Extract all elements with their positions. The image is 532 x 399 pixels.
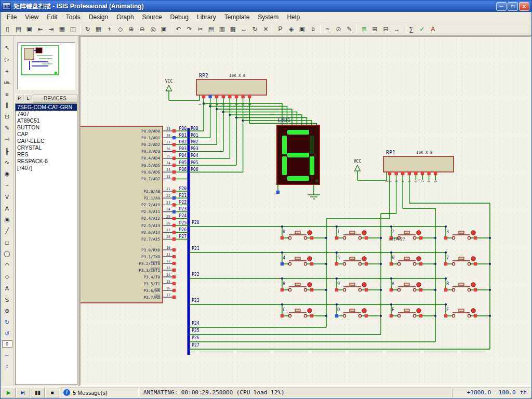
device-item[interactable]: CAP-ELEC (16, 138, 77, 144)
junction-dot-mode-icon[interactable]: + (2, 66, 12, 76)
x-mirror-icon[interactable]: ↔ (2, 349, 12, 359)
button-actuator[interactable] (362, 309, 366, 313)
wire-label-mode-icon[interactable]: LBL (2, 77, 12, 87)
menu-view[interactable]: View (21, 12, 43, 22)
rotate-clockwise-icon[interactable]: ↻ (2, 317, 12, 327)
goto-sheet-icon[interactable]: → (391, 23, 402, 34)
minimize-button[interactable]: ─ (496, 2, 507, 11)
mcu-at89c51[interactable]: 39P0.0/AD038P0.1/AD137P0.2/AD236P0.3/AD3… (81, 126, 174, 303)
button-actuator[interactable] (471, 231, 475, 235)
terminals-mode-icon[interactable]: ⊣ (2, 135, 12, 144)
button-actuator[interactable] (471, 257, 475, 261)
2d-path-icon[interactable]: ◇ (2, 272, 12, 282)
2d-marker-icon[interactable]: ⊕ (2, 306, 12, 316)
generator-mode-icon[interactable]: ~ (2, 180, 12, 190)
device-item[interactable]: RESPACK-8 (16, 158, 77, 165)
title-bar[interactable]: ISIS 矩阵键盘扫描 - ISIS Professional (Animati… (1, 1, 531, 12)
key-D[interactable]: D (337, 304, 381, 317)
current-probe-mode-icon[interactable]: A (2, 203, 12, 213)
new-sheet-icon[interactable]: ⊞ (369, 23, 380, 34)
key-0[interactable]: 0 (282, 227, 326, 240)
menu-design[interactable]: Design (85, 12, 112, 22)
text-script-mode-icon[interactable]: ≡ (2, 89, 12, 99)
button-actuator[interactable] (417, 283, 421, 287)
resistor-pack-rp2[interactable]: RP210K X 8 (196, 73, 267, 95)
button-actuator[interactable] (417, 257, 421, 261)
remove-sheet-icon[interactable]: ⊟ (380, 23, 391, 34)
key-A[interactable]: A (391, 278, 435, 291)
new-design-icon[interactable]: ▯ (2, 23, 13, 34)
2d-line-icon[interactable]: ╱ (2, 226, 12, 236)
key-4[interactable]: 4 (282, 252, 326, 265)
2d-circle-icon[interactable]: ◯ (2, 249, 12, 259)
schematic-preview[interactable] (17, 42, 75, 90)
schematic-canvas[interactable]: 39P0.0/AD038P0.1/AD137P0.2/AD236P0.3/AD3… (81, 37, 531, 386)
cut-icon[interactable]: ✂ (195, 23, 206, 34)
key-5[interactable]: 5 (337, 252, 381, 265)
toggle-grid-icon[interactable]: ▦ (93, 23, 104, 34)
netlist-to-ares-icon[interactable]: A (428, 23, 438, 34)
packaging-tool-icon[interactable]: ▣ (297, 23, 308, 34)
wire-autorouter-icon[interactable]: ≈ (322, 23, 333, 34)
pause-button[interactable]: ▮▮ (31, 388, 45, 397)
pick-parts-icon[interactable]: P (275, 23, 286, 34)
export-section-icon[interactable]: ⇥ (46, 23, 57, 34)
electrical-rule-check-icon[interactable]: ✓ (417, 23, 428, 34)
redraw-display-icon[interactable]: ↻ (82, 23, 93, 34)
device-item[interactable]: RES (16, 151, 77, 158)
device-item[interactable]: 7SEG-COM-CAT-GRN (16, 104, 77, 111)
key-9[interactable]: 9 (337, 278, 381, 291)
device-item[interactable]: AT89C51 (16, 117, 77, 124)
undo-icon[interactable]: ↶ (173, 23, 184, 34)
library-manager-button[interactable]: L (24, 95, 32, 102)
button-actuator[interactable] (362, 257, 366, 261)
key-3[interactable]: 3 (446, 227, 490, 240)
play-button[interactable]: ▶ (2, 388, 16, 397)
import-section-icon[interactable]: ⇤ (35, 23, 46, 34)
device-item[interactable]: CRYSTAL (16, 144, 77, 151)
button-actuator[interactable] (471, 283, 475, 287)
menu-graph[interactable]: Graph (112, 12, 138, 22)
device-item[interactable]: [7407] (16, 165, 77, 171)
menu-file[interactable]: File (3, 12, 21, 22)
button-actuator[interactable] (471, 309, 475, 313)
zoom-area-icon[interactable]: ▣ (158, 23, 169, 34)
bill-of-materials-icon[interactable]: ∑ (406, 23, 417, 34)
maximize-button[interactable]: □ (508, 2, 518, 11)
menu-system[interactable]: System (254, 12, 283, 22)
virtual-instruments-mode-icon[interactable]: ▣ (2, 215, 12, 224)
button-actuator[interactable] (308, 283, 312, 287)
menu-source[interactable]: Source (138, 12, 166, 22)
mark-output-area-icon[interactable]: ◫ (68, 23, 78, 34)
device-item[interactable]: 7407 (16, 111, 77, 117)
y-mirror-icon[interactable]: ↕ (2, 361, 12, 370)
led1-7seg-display[interactable]: LED1 (277, 117, 320, 184)
toggle-origin-icon[interactable]: + (104, 23, 115, 34)
print-icon[interactable]: ▦ (57, 23, 68, 34)
block-rotate-icon[interactable]: ↻ (249, 23, 260, 34)
voltage-probe-mode-icon[interactable]: V (2, 192, 12, 202)
button-actuator[interactable] (362, 231, 366, 235)
button-actuator[interactable] (362, 283, 366, 287)
stop-button[interactable]: ■ (45, 388, 59, 397)
device-item[interactable]: CAP (16, 131, 77, 138)
menu-tools[interactable]: Tools (62, 12, 85, 22)
make-device-icon[interactable]: ◈ (286, 23, 297, 34)
zoom-in-icon[interactable]: ⊕ (126, 23, 137, 34)
device-pins-mode-icon[interactable]: ╟ (2, 146, 12, 156)
2d-text-icon[interactable]: A (2, 283, 12, 293)
graph-mode-icon[interactable]: ∿ (2, 157, 12, 167)
step-button[interactable]: ▶| (16, 388, 30, 397)
key-C[interactable]: C (282, 304, 326, 317)
decompose-icon[interactable]: ¤ (308, 23, 318, 34)
button-actuator[interactable] (308, 309, 312, 313)
key-6[interactable]: 6 (391, 252, 435, 265)
property-assignment-icon[interactable]: ✎ (344, 23, 355, 34)
block-move-icon[interactable]: ↔ (238, 23, 249, 34)
message-field[interactable]: i 5 Message(s) (61, 388, 139, 397)
menu-debug[interactable]: Debug (166, 12, 193, 22)
rotate-anticlockwise-icon[interactable]: ↺ (2, 329, 12, 339)
close-button[interactable]: ✕ (519, 2, 529, 11)
key-F[interactable]: F (446, 304, 490, 317)
redo-icon[interactable]: ↷ (184, 23, 195, 34)
